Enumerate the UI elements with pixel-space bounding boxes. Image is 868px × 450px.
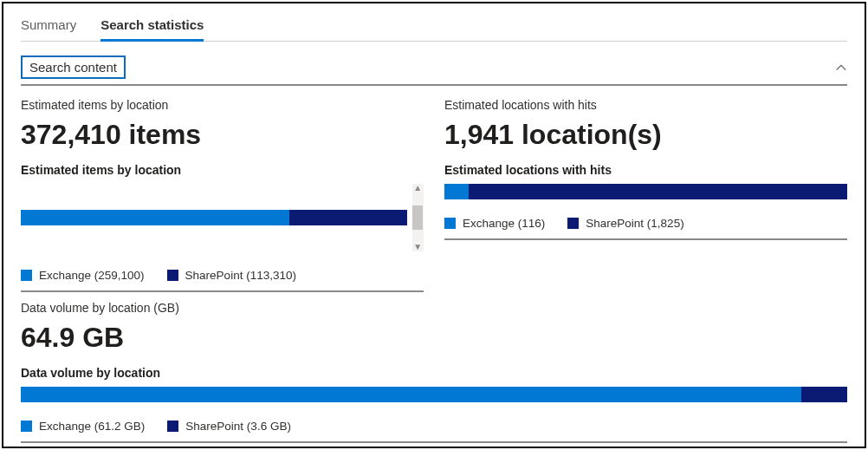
legend-label: SharePoint (3.6 GB) [185, 420, 291, 433]
swatch-icon [21, 270, 32, 281]
bar-segment-exchange [444, 184, 469, 199]
panel-value: 1,941 location(s) [444, 119, 847, 151]
panel-label: Data volume by location (GB) [21, 301, 847, 315]
legend-label: Exchange (61.2 GB) [39, 420, 145, 433]
locations-bar-chart [444, 184, 847, 199]
panel-label: Estimated items by location [21, 98, 424, 112]
bar-segment-sharepoint [469, 184, 847, 199]
tab-summary[interactable]: Summary [21, 12, 76, 41]
panel-value: 64.9 GB [21, 322, 847, 354]
legend-label: SharePoint (113,310) [185, 269, 296, 282]
chart-title: Data volume by location [21, 366, 847, 380]
scrollbar[interactable]: ▲ ▼ [412, 184, 424, 251]
legend: Exchange (61.2 GB) SharePoint (3.6 GB) [21, 420, 847, 433]
chart-title: Estimated items by location [21, 163, 424, 177]
bar-segment-exchange [21, 387, 801, 402]
swatch-icon [167, 270, 178, 281]
legend-item-sharepoint: SharePoint (1,825) [567, 217, 683, 230]
panel-items-by-location: Estimated items by location 372,410 item… [21, 98, 424, 292]
panel-data-volume: Data volume by location (GB) 64.9 GB Dat… [21, 301, 847, 443]
divider [21, 290, 424, 292]
chart-title: Estimated locations with hits [444, 163, 847, 177]
bar-segment-exchange [21, 210, 289, 225]
legend: Exchange (116) SharePoint (1,825) [444, 217, 847, 230]
divider [444, 238, 847, 240]
divider [21, 441, 847, 443]
panel-value: 372,410 items [21, 119, 424, 151]
scroll-thumb[interactable] [412, 205, 423, 230]
legend-item-sharepoint: SharePoint (113,310) [167, 269, 296, 282]
legend-item-sharepoint: SharePoint (3.6 GB) [167, 420, 291, 433]
scroll-down-icon[interactable]: ▼ [413, 243, 422, 251]
legend-label: Exchange (116) [463, 217, 545, 230]
panel-locations-with-hits: Estimated locations with hits 1,941 loca… [444, 98, 847, 292]
section-header[interactable]: Search content [21, 55, 847, 86]
tab-bar: Summary Search statistics [21, 12, 847, 42]
swatch-icon [567, 218, 579, 229]
bar-segment-sharepoint [801, 387, 847, 402]
legend-item-exchange: Exchange (116) [444, 217, 545, 230]
legend-item-exchange: Exchange (259,100) [21, 269, 145, 282]
chevron-up-icon[interactable] [835, 62, 847, 74]
swatch-icon [444, 218, 456, 229]
panel-label: Estimated locations with hits [444, 98, 847, 112]
tab-search-statistics[interactable]: Search statistics [100, 12, 204, 41]
legend: Exchange (259,100) SharePoint (113,310) [21, 269, 424, 282]
items-bar-chart [21, 210, 407, 225]
bar-segment-sharepoint [289, 210, 407, 225]
section-title: Search content [21, 55, 126, 79]
legend-label: Exchange (259,100) [39, 269, 145, 282]
legend-item-exchange: Exchange (61.2 GB) [21, 420, 145, 433]
swatch-icon [21, 421, 32, 432]
volume-bar-chart [21, 387, 847, 402]
swatch-icon [167, 421, 178, 432]
scroll-up-icon[interactable]: ▲ [413, 184, 422, 192]
legend-label: SharePoint (1,825) [586, 217, 683, 230]
statistics-frame: Summary Search statistics Search content… [2, 2, 866, 448]
